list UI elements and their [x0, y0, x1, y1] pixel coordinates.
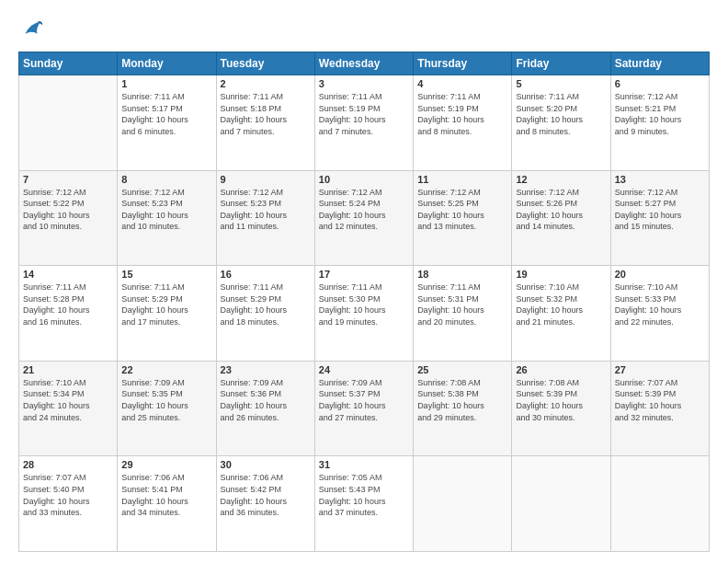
calendar-cell: 30Sunrise: 7:06 AMSunset: 5:42 PMDayligh…: [216, 456, 314, 552]
calendar-cell: 21Sunrise: 7:10 AMSunset: 5:34 PMDayligh…: [19, 361, 118, 456]
day-info: Sunrise: 7:07 AMSunset: 5:40 PMDaylight:…: [23, 472, 113, 518]
weekday-header: Sunday: [19, 52, 118, 75]
day-info: Sunrise: 7:10 AMSunset: 5:33 PMDaylight:…: [615, 282, 705, 327]
day-number: 2: [221, 78, 311, 89]
day-number: 7: [23, 174, 113, 185]
calendar-cell: 1Sunrise: 7:11 AMSunset: 5:17 PMDaylight…: [118, 75, 216, 171]
day-info: Sunrise: 7:12 AMSunset: 5:25 PMDaylight:…: [417, 187, 507, 233]
calendar-cell: 15Sunrise: 7:11 AMSunset: 5:29 PMDayligh…: [118, 266, 216, 362]
day-info: Sunrise: 7:11 AMSunset: 5:18 PMDaylight:…: [221, 91, 311, 137]
day-number: 31: [319, 459, 409, 470]
calendar-cell: 25Sunrise: 7:08 AMSunset: 5:38 PMDayligh…: [414, 361, 512, 456]
weekday-header: Thursday: [414, 52, 512, 75]
calendar-cell: 19Sunrise: 7:10 AMSunset: 5:32 PMDayligh…: [512, 266, 610, 362]
calendar-cell: 22Sunrise: 7:09 AMSunset: 5:35 PMDayligh…: [118, 361, 216, 456]
day-number: 18: [417, 269, 507, 280]
page-header: [18, 17, 710, 42]
day-number: 14: [23, 269, 113, 280]
day-info: Sunrise: 7:11 AMSunset: 5:17 PMDaylight:…: [121, 91, 211, 137]
calendar-cell: 28Sunrise: 7:07 AMSunset: 5:40 PMDayligh…: [19, 456, 118, 552]
calendar-cell: 17Sunrise: 7:11 AMSunset: 5:30 PMDayligh…: [314, 266, 413, 362]
calendar-cell: 13Sunrise: 7:12 AMSunset: 5:27 PMDayligh…: [610, 170, 709, 266]
day-number: 19: [516, 269, 606, 280]
calendar-cell: 14Sunrise: 7:11 AMSunset: 5:28 PMDayligh…: [19, 266, 118, 362]
weekday-header: Saturday: [610, 52, 709, 75]
day-number: 4: [417, 78, 507, 89]
day-info: Sunrise: 7:12 AMSunset: 5:23 PMDaylight:…: [121, 187, 211, 233]
day-number: 5: [516, 78, 606, 89]
weekday-header: Friday: [512, 52, 610, 75]
day-number: 11: [417, 174, 507, 185]
logo: [18, 17, 48, 42]
calendar-cell: 2Sunrise: 7:11 AMSunset: 5:18 PMDaylight…: [216, 75, 314, 171]
day-info: Sunrise: 7:11 AMSunset: 5:20 PMDaylight:…: [516, 91, 606, 137]
day-info: Sunrise: 7:12 AMSunset: 5:27 PMDaylight:…: [615, 187, 705, 233]
day-number: 1: [121, 78, 211, 89]
calendar-cell: 11Sunrise: 7:12 AMSunset: 5:25 PMDayligh…: [414, 170, 512, 266]
calendar-cell: 27Sunrise: 7:07 AMSunset: 5:39 PMDayligh…: [610, 361, 709, 456]
day-number: 30: [221, 459, 311, 470]
day-info: Sunrise: 7:11 AMSunset: 5:19 PMDaylight:…: [319, 91, 409, 137]
calendar-cell: 24Sunrise: 7:09 AMSunset: 5:37 PMDayligh…: [314, 361, 413, 456]
day-info: Sunrise: 7:10 AMSunset: 5:32 PMDaylight:…: [516, 282, 606, 327]
day-number: 21: [23, 364, 113, 375]
day-number: 13: [615, 174, 705, 185]
day-info: Sunrise: 7:06 AMSunset: 5:42 PMDaylight:…: [221, 472, 311, 518]
day-info: Sunrise: 7:11 AMSunset: 5:28 PMDaylight:…: [23, 282, 113, 327]
calendar-cell: 16Sunrise: 7:11 AMSunset: 5:29 PMDayligh…: [216, 266, 314, 362]
day-number: 25: [417, 364, 507, 375]
day-info: Sunrise: 7:09 AMSunset: 5:37 PMDaylight:…: [319, 377, 409, 423]
day-info: Sunrise: 7:12 AMSunset: 5:21 PMDaylight:…: [615, 91, 705, 137]
day-info: Sunrise: 7:06 AMSunset: 5:41 PMDaylight:…: [121, 472, 211, 518]
day-info: Sunrise: 7:10 AMSunset: 5:34 PMDaylight:…: [23, 377, 113, 423]
day-info: Sunrise: 7:05 AMSunset: 5:43 PMDaylight:…: [319, 472, 409, 518]
calendar-cell: 4Sunrise: 7:11 AMSunset: 5:19 PMDaylight…: [414, 75, 512, 171]
day-info: Sunrise: 7:11 AMSunset: 5:19 PMDaylight:…: [417, 91, 507, 137]
day-info: Sunrise: 7:12 AMSunset: 5:22 PMDaylight:…: [23, 187, 113, 233]
day-number: 24: [319, 364, 409, 375]
day-info: Sunrise: 7:09 AMSunset: 5:35 PMDaylight:…: [121, 377, 211, 423]
calendar-cell: 26Sunrise: 7:08 AMSunset: 5:39 PMDayligh…: [512, 361, 610, 456]
calendar-cell: 12Sunrise: 7:12 AMSunset: 5:26 PMDayligh…: [512, 170, 610, 266]
calendar-cell: 23Sunrise: 7:09 AMSunset: 5:36 PMDayligh…: [216, 361, 314, 456]
day-info: Sunrise: 7:11 AMSunset: 5:30 PMDaylight:…: [319, 282, 409, 327]
day-info: Sunrise: 7:07 AMSunset: 5:39 PMDaylight:…: [615, 377, 705, 423]
calendar-cell: 7Sunrise: 7:12 AMSunset: 5:22 PMDaylight…: [19, 170, 118, 266]
day-info: Sunrise: 7:11 AMSunset: 5:29 PMDaylight:…: [121, 282, 211, 327]
day-number: 26: [516, 364, 606, 375]
weekday-header: Tuesday: [216, 52, 314, 75]
calendar-cell: 20Sunrise: 7:10 AMSunset: 5:33 PMDayligh…: [610, 266, 709, 362]
calendar-cell: 3Sunrise: 7:11 AMSunset: 5:19 PMDaylight…: [314, 75, 413, 171]
day-number: 12: [516, 174, 606, 185]
calendar-table: SundayMondayTuesdayWednesdayThursdayFrid…: [18, 52, 710, 552]
day-number: 9: [221, 174, 311, 185]
day-info: Sunrise: 7:12 AMSunset: 5:26 PMDaylight:…: [516, 187, 606, 233]
calendar-cell: 8Sunrise: 7:12 AMSunset: 5:23 PMDaylight…: [118, 170, 216, 266]
day-number: 3: [319, 78, 409, 89]
day-number: 23: [221, 364, 311, 375]
day-number: 17: [319, 269, 409, 280]
calendar-cell: 9Sunrise: 7:12 AMSunset: 5:23 PMDaylight…: [216, 170, 314, 266]
day-number: 8: [121, 174, 211, 185]
calendar-cell: 6Sunrise: 7:12 AMSunset: 5:21 PMDaylight…: [610, 75, 709, 171]
calendar-cell: [414, 456, 512, 552]
calendar-cell: 10Sunrise: 7:12 AMSunset: 5:24 PMDayligh…: [314, 170, 413, 266]
calendar-cell: 31Sunrise: 7:05 AMSunset: 5:43 PMDayligh…: [314, 456, 413, 552]
day-number: 20: [615, 269, 705, 280]
day-info: Sunrise: 7:08 AMSunset: 5:39 PMDaylight:…: [516, 377, 606, 423]
day-number: 6: [615, 78, 705, 89]
day-info: Sunrise: 7:08 AMSunset: 5:38 PMDaylight:…: [417, 377, 507, 423]
day-number: 27: [615, 364, 705, 375]
day-number: 29: [121, 459, 211, 470]
logo-bird-icon: [18, 17, 44, 42]
day-info: Sunrise: 7:11 AMSunset: 5:31 PMDaylight:…: [417, 282, 507, 327]
day-number: 15: [121, 269, 211, 280]
day-number: 16: [221, 269, 311, 280]
calendar-cell: 29Sunrise: 7:06 AMSunset: 5:41 PMDayligh…: [118, 456, 216, 552]
day-number: 22: [121, 364, 211, 375]
calendar-cell: [610, 456, 709, 552]
day-number: 10: [319, 174, 409, 185]
weekday-header: Wednesday: [314, 52, 413, 75]
calendar-cell: 5Sunrise: 7:11 AMSunset: 5:20 PMDaylight…: [512, 75, 610, 171]
day-number: 28: [23, 459, 113, 470]
